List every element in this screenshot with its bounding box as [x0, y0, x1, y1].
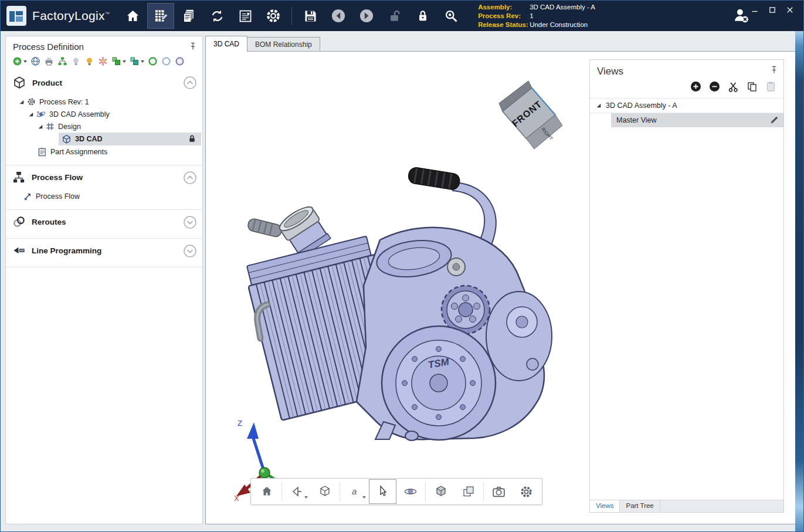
section-label-process-flow: Process Flow	[32, 173, 83, 182]
print-button[interactable]	[44, 56, 54, 66]
settings-gear-button[interactable]	[260, 3, 287, 29]
views-panel: Views 3D CAD Assembly - A Master View	[589, 59, 784, 513]
orbit-rotate-button[interactable]	[396, 479, 424, 504]
section-reroutes[interactable]: Reroutes	[6, 209, 202, 233]
web-link-icon[interactable]	[30, 56, 40, 66]
section-label-reroutes: Reroutes	[32, 218, 66, 226]
edit-pencil-icon[interactable]	[769, 116, 779, 125]
lock-button[interactable]	[409, 3, 436, 29]
window-edge-decoration	[795, 31, 803, 531]
process-flow-icon	[12, 171, 26, 184]
solid-cube-button[interactable]	[427, 479, 454, 504]
maximize-button[interactable]	[768, 6, 776, 14]
section-product[interactable]: Product	[6, 70, 202, 94]
expander-icon[interactable]	[596, 103, 602, 109]
section-line-programming[interactable]: Line Programming	[6, 238, 202, 262]
pin-icon[interactable]	[771, 66, 778, 74]
views-tree-master-view[interactable]: Master View	[611, 113, 783, 127]
axis-z-label: Z	[238, 419, 242, 428]
import-package-button[interactable]	[130, 56, 144, 66]
main-area: 3D CAD BOM Relationship	[205, 36, 796, 524]
expander-icon[interactable]	[38, 124, 43, 130]
remove-view-button[interactable]	[709, 81, 720, 92]
status-green-icon[interactable]	[148, 56, 158, 66]
assembly-value: 3D CAD Assembly - A	[530, 4, 595, 11]
chevron-down-circle-icon[interactable]	[184, 245, 196, 257]
views-panel-title: Views	[597, 66, 623, 77]
chevron-up-circle-icon[interactable]	[184, 171, 196, 184]
views-tree-root[interactable]: 3D CAD Assembly - A	[590, 98, 783, 113]
home-view-button[interactable]	[253, 479, 280, 504]
app-title: FactoryLogix™	[32, 9, 110, 23]
close-button[interactable]	[786, 6, 794, 14]
cad-viewport[interactable]: TSM FRONT RIGHT	[205, 51, 796, 524]
chevron-down-circle-icon[interactable]	[184, 216, 196, 229]
viewport-settings-button[interactable]	[513, 479, 540, 504]
tree-item-label: 3D CAD Assembly	[49, 110, 110, 118]
tree-item-design[interactable]: Design	[6, 120, 202, 133]
factorylogix-logo-icon	[6, 6, 26, 26]
engine-3d-model[interactable]: TSM	[232, 160, 561, 453]
section-layers-button[interactable]	[454, 479, 482, 504]
add-view-button[interactable]	[690, 81, 701, 92]
screenshot-camera-button[interactable]	[485, 479, 513, 504]
add-step-button[interactable]	[12, 56, 27, 66]
expander-icon[interactable]	[19, 99, 25, 105]
copy-view-button[interactable]	[747, 81, 758, 92]
document-tabs: 3D CAD BOM Relationship	[205, 36, 320, 51]
bulb-on-icon[interactable]	[84, 56, 94, 66]
isometric-view-button[interactable]	[311, 479, 338, 504]
orientation-cube[interactable]: FRONT RIGHT	[492, 76, 569, 154]
process-tree-icon[interactable]	[57, 56, 67, 66]
home-button[interactable]	[119, 3, 146, 29]
master-view-label: Master View	[616, 116, 657, 124]
product-cube-icon	[12, 76, 26, 90]
process-definition-button[interactable]	[147, 3, 174, 29]
line-programming-icon	[12, 244, 26, 257]
gear-icon	[27, 97, 36, 106]
tab-part-tree[interactable]: Part Tree	[620, 500, 660, 512]
paste-view-button[interactable]	[765, 81, 776, 92]
cut-view-button[interactable]	[728, 81, 739, 92]
assembly-icon	[36, 110, 46, 119]
tree-item-process-flow[interactable]: Process Flow	[6, 190, 202, 202]
plugin-flower-icon[interactable]	[98, 56, 108, 66]
forward-button[interactable]	[353, 3, 380, 29]
toolbar-divider	[340, 482, 340, 501]
tree-item-label: 3D CAD	[75, 135, 103, 143]
tab-3d-cad[interactable]: 3D CAD	[205, 36, 247, 52]
chevron-up-circle-icon[interactable]	[184, 76, 196, 89]
section-label-product: Product	[32, 79, 62, 87]
tab-bom-relationship[interactable]: BOM Relationship	[247, 37, 320, 51]
documents-button[interactable]	[175, 3, 202, 29]
search-tools-button[interactable]	[437, 3, 464, 29]
sync-button[interactable]	[203, 3, 230, 29]
back-button[interactable]	[325, 3, 352, 29]
release-status-label: Release Status:	[478, 21, 530, 29]
tree-item-process-rev[interactable]: Process Rev: 1	[6, 96, 202, 108]
status-purple-icon[interactable]	[175, 56, 185, 66]
reports-button[interactable]	[232, 3, 259, 29]
unlock-button[interactable]	[381, 3, 408, 29]
save-button[interactable]	[297, 3, 324, 29]
previous-view-button[interactable]	[283, 479, 311, 504]
minimize-button[interactable]	[751, 6, 759, 14]
select-cursor-button[interactable]	[369, 479, 396, 504]
pin-icon[interactable]	[189, 42, 196, 50]
status-blue-icon[interactable]	[161, 56, 171, 66]
tree-item-3d-cad[interactable]: 3D CAD	[59, 133, 201, 145]
tree-item-part-assignments[interactable]: Part Assignments	[6, 145, 202, 158]
axis-x-label: X	[234, 494, 239, 503]
tree-item-3d-cad-assembly[interactable]: 3D CAD Assembly	[6, 108, 202, 120]
lock-icon	[188, 134, 196, 143]
process-flow-tree: Process Flow	[6, 189, 202, 205]
export-package-button[interactable]	[111, 56, 126, 66]
section-process-flow[interactable]: Process Flow	[6, 165, 202, 189]
bulb-off-icon[interactable]	[71, 56, 81, 66]
app-window: FactoryLogix™	[0, 0, 804, 532]
expander-icon[interactable]	[28, 111, 34, 117]
text-annotation-button[interactable]: a	[341, 479, 369, 504]
section-label-line-programming: Line Programming	[32, 246, 101, 255]
user-logout-button[interactable]	[732, 6, 749, 24]
tab-views[interactable]: Views	[590, 500, 620, 512]
